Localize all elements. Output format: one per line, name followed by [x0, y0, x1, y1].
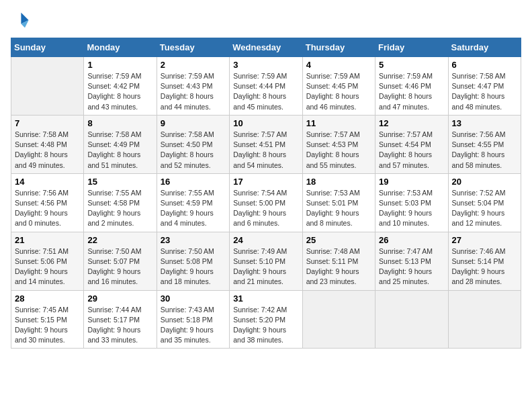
day-number: 27 [452, 235, 517, 245]
day-number: 3 [233, 60, 298, 70]
day-number: 22 [87, 235, 152, 245]
day-info: Sunrise: 7:50 AMSunset: 5:08 PMDaylight:… [161, 246, 226, 287]
day-info: Sunrise: 7:43 AMSunset: 5:18 PMDaylight:… [161, 305, 226, 346]
day-info: Sunrise: 7:58 AMSunset: 4:48 PMDaylight:… [15, 130, 80, 171]
calendar-cell: 9 Sunrise: 7:58 AMSunset: 4:50 PMDayligh… [157, 115, 229, 173]
day-number: 4 [306, 60, 371, 70]
calendar-cell: 26 Sunrise: 7:47 AMSunset: 5:13 PMDaylig… [375, 232, 448, 290]
calendar-cell: 2 Sunrise: 7:59 AMSunset: 4:43 PMDayligh… [157, 57, 229, 116]
calendar-cell: 8 Sunrise: 7:58 AMSunset: 4:49 PMDayligh… [84, 115, 157, 173]
day-info: Sunrise: 7:59 AMSunset: 4:43 PMDaylight:… [161, 71, 226, 112]
calendar-cell: 7 Sunrise: 7:58 AMSunset: 4:48 PMDayligh… [11, 115, 84, 173]
calendar-cell [375, 290, 448, 349]
day-header-monday: Monday [84, 38, 157, 57]
day-number: 17 [233, 177, 298, 187]
calendar-cell: 6 Sunrise: 7:58 AMSunset: 4:47 PMDayligh… [448, 57, 521, 116]
calendar-cell: 25 Sunrise: 7:48 AMSunset: 5:11 PMDaylig… [302, 232, 375, 290]
day-info: Sunrise: 7:52 AMSunset: 5:04 PMDaylight:… [452, 188, 517, 229]
day-number: 28 [15, 293, 80, 304]
day-info: Sunrise: 7:50 AMSunset: 5:07 PMDaylight:… [87, 246, 152, 287]
week-row-5: 28 Sunrise: 7:45 AMSunset: 5:15 PMDaylig… [11, 290, 521, 349]
day-number: 8 [87, 118, 152, 128]
day-number: 21 [15, 235, 80, 245]
calendar-cell: 10 Sunrise: 7:57 AMSunset: 4:51 PMDaylig… [230, 115, 302, 173]
calendar-cell: 15 Sunrise: 7:55 AMSunset: 4:58 PMDaylig… [84, 173, 157, 232]
day-info: Sunrise: 7:57 AMSunset: 4:53 PMDaylight:… [306, 130, 371, 171]
day-info: Sunrise: 7:54 AMSunset: 5:00 PMDaylight:… [233, 188, 298, 229]
day-info: Sunrise: 7:49 AMSunset: 5:10 PMDaylight:… [233, 246, 298, 287]
day-info: Sunrise: 7:55 AMSunset: 4:59 PMDaylight:… [161, 188, 226, 229]
page-header [11, 11, 521, 30]
day-info: Sunrise: 7:45 AMSunset: 5:15 PMDaylight:… [15, 305, 80, 346]
day-header-wednesday: Wednesday [230, 38, 302, 57]
calendar-cell: 23 Sunrise: 7:50 AMSunset: 5:08 PMDaylig… [157, 232, 229, 290]
day-number: 18 [306, 177, 371, 187]
day-info: Sunrise: 7:53 AMSunset: 5:03 PMDaylight:… [379, 188, 444, 229]
day-info: Sunrise: 7:56 AMSunset: 4:55 PMDaylight:… [452, 130, 517, 171]
day-number: 29 [87, 293, 152, 304]
day-number: 23 [161, 235, 226, 245]
calendar-cell: 4 Sunrise: 7:59 AMSunset: 4:45 PMDayligh… [302, 57, 375, 116]
day-info: Sunrise: 7:59 AMSunset: 4:46 PMDaylight:… [379, 71, 444, 112]
calendar-cell: 17 Sunrise: 7:54 AMSunset: 5:00 PMDaylig… [230, 173, 302, 232]
calendar-table: SundayMondayTuesdayWednesdayThursdayFrid… [11, 38, 521, 349]
day-info: Sunrise: 7:59 AMSunset: 4:42 PMDaylight:… [87, 71, 152, 112]
day-number: 12 [379, 118, 444, 128]
day-number: 31 [233, 293, 298, 304]
day-number: 1 [87, 60, 152, 70]
calendar-cell: 5 Sunrise: 7:59 AMSunset: 4:46 PMDayligh… [375, 57, 448, 116]
calendar-body: 1 Sunrise: 7:59 AMSunset: 4:42 PMDayligh… [11, 57, 521, 349]
calendar-cell: 18 Sunrise: 7:53 AMSunset: 5:01 PMDaylig… [302, 173, 375, 232]
calendar-cell: 13 Sunrise: 7:56 AMSunset: 4:55 PMDaylig… [448, 115, 521, 173]
calendar-cell [448, 290, 521, 349]
day-number: 9 [161, 118, 226, 128]
calendar-cell: 27 Sunrise: 7:46 AMSunset: 5:14 PMDaylig… [448, 232, 521, 290]
day-number: 2 [161, 60, 226, 70]
day-info: Sunrise: 7:59 AMSunset: 4:45 PMDaylight:… [306, 71, 371, 112]
calendar-cell: 1 Sunrise: 7:59 AMSunset: 4:42 PMDayligh… [84, 57, 157, 116]
calendar-cell: 12 Sunrise: 7:57 AMSunset: 4:54 PMDaylig… [375, 115, 448, 173]
calendar-cell: 28 Sunrise: 7:45 AMSunset: 5:15 PMDaylig… [11, 290, 84, 349]
day-info: Sunrise: 7:44 AMSunset: 5:17 PMDaylight:… [87, 305, 152, 346]
day-number: 7 [15, 118, 80, 128]
day-number: 10 [233, 118, 298, 128]
day-number: 11 [306, 118, 371, 128]
day-number: 26 [379, 235, 444, 245]
day-number: 13 [452, 118, 517, 128]
week-row-3: 14 Sunrise: 7:56 AMSunset: 4:56 PMDaylig… [11, 173, 521, 232]
day-number: 15 [87, 177, 152, 187]
calendar-cell: 20 Sunrise: 7:52 AMSunset: 5:04 PMDaylig… [448, 173, 521, 232]
day-number: 6 [452, 60, 517, 70]
day-number: 24 [233, 235, 298, 245]
day-header-sunday: Sunday [11, 38, 84, 57]
calendar-cell [302, 290, 375, 349]
calendar-cell: 11 Sunrise: 7:57 AMSunset: 4:53 PMDaylig… [302, 115, 375, 173]
day-header-tuesday: Tuesday [157, 38, 229, 57]
day-info: Sunrise: 7:58 AMSunset: 4:47 PMDaylight:… [452, 71, 517, 112]
day-info: Sunrise: 7:57 AMSunset: 4:54 PMDaylight:… [379, 130, 444, 171]
calendar-cell: 21 Sunrise: 7:51 AMSunset: 5:06 PMDaylig… [11, 232, 84, 290]
day-info: Sunrise: 7:59 AMSunset: 4:44 PMDaylight:… [233, 71, 298, 112]
calendar-cell: 22 Sunrise: 7:50 AMSunset: 5:07 PMDaylig… [84, 232, 157, 290]
calendar-cell: 31 Sunrise: 7:42 AMSunset: 5:20 PMDaylig… [230, 290, 302, 349]
day-info: Sunrise: 7:58 AMSunset: 4:49 PMDaylight:… [87, 130, 152, 171]
calendar-cell: 30 Sunrise: 7:43 AMSunset: 5:18 PMDaylig… [157, 290, 229, 349]
day-number: 19 [379, 177, 444, 187]
day-number: 14 [15, 177, 80, 187]
day-info: Sunrise: 7:47 AMSunset: 5:13 PMDaylight:… [379, 246, 444, 287]
day-number: 20 [452, 177, 517, 187]
week-row-4: 21 Sunrise: 7:51 AMSunset: 5:06 PMDaylig… [11, 232, 521, 290]
day-info: Sunrise: 7:42 AMSunset: 5:20 PMDaylight:… [233, 305, 298, 346]
calendar-cell: 3 Sunrise: 7:59 AMSunset: 4:44 PMDayligh… [230, 57, 302, 116]
day-info: Sunrise: 7:56 AMSunset: 4:56 PMDaylight:… [15, 188, 80, 229]
day-header-thursday: Thursday [302, 38, 375, 57]
calendar-cell: 19 Sunrise: 7:53 AMSunset: 5:03 PMDaylig… [375, 173, 448, 232]
calendar-cell: 24 Sunrise: 7:49 AMSunset: 5:10 PMDaylig… [230, 232, 302, 290]
day-info: Sunrise: 7:58 AMSunset: 4:50 PMDaylight:… [161, 130, 226, 171]
day-header-saturday: Saturday [448, 38, 521, 57]
logo-icon [11, 11, 30, 30]
day-header-friday: Friday [375, 38, 448, 57]
week-row-1: 1 Sunrise: 7:59 AMSunset: 4:42 PMDayligh… [11, 57, 521, 116]
day-number: 25 [306, 235, 371, 245]
day-info: Sunrise: 7:51 AMSunset: 5:06 PMDaylight:… [15, 246, 80, 287]
